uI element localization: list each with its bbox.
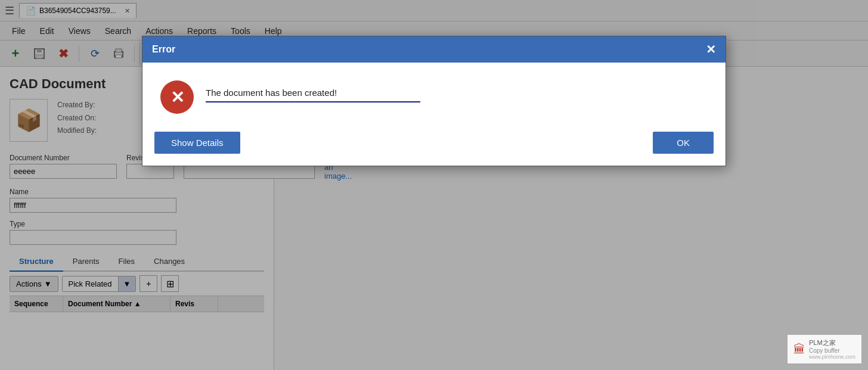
ok-button[interactable]: OK: [653, 132, 714, 154]
show-details-button[interactable]: Show Details: [154, 132, 240, 154]
error-x-icon: ✕: [170, 88, 184, 107]
plm-copy-buffer-text: Copy buffer: [809, 347, 855, 354]
modal-close-button[interactable]: ✕: [706, 42, 716, 57]
modal-message-text: The document has been created!: [206, 80, 420, 98]
plm-url-text: www.plmhome.com: [809, 354, 855, 360]
plm-logo-icon: 🏛: [793, 343, 805, 356]
modal-header: Error ✕: [142, 36, 726, 63]
error-modal: Error ✕ ✕ The document has been created!…: [142, 36, 726, 166]
modal-footer: Show Details OK: [142, 126, 726, 166]
modal-title: Error: [152, 44, 175, 55]
plm-watermark: 🏛 PLM之家 Copy buffer www.plmhome.com: [787, 334, 862, 364]
plm-brand-text: PLM之家: [809, 338, 855, 347]
modal-message-area: The document has been created!: [206, 80, 420, 102]
modal-body: ✕ The document has been created!: [142, 63, 726, 126]
error-icon-circle: ✕: [160, 80, 194, 114]
modal-message-underline: [206, 101, 420, 102]
modal-overlay: Error ✕ ✕ The document has been created!…: [0, 0, 868, 370]
